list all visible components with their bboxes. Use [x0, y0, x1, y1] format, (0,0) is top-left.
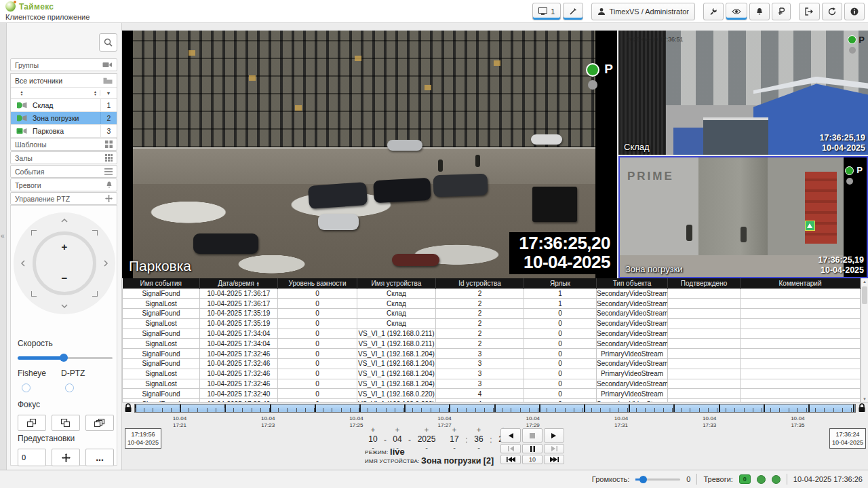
source-row-parkovka[interactable]: Парковка 3 [11, 125, 117, 138]
table-row[interactable]: SignalLost10-04-2025 17:36:170Склад21Sec… [123, 299, 861, 309]
step-forward-button[interactable] [544, 444, 564, 453]
refresh-button[interactable] [822, 3, 842, 20]
camera-tile-sklad[interactable]: 2025-04-10 17:36:51 P Склад 17:36:25,19 … [618, 31, 868, 155]
camera-tile-parkovka[interactable]: P Парковка 17:36:25,20 10-04-2025 [122, 31, 617, 278]
column-header[interactable]: Уровень важности [278, 278, 357, 288]
month-increment-button[interactable]: + [395, 427, 399, 434]
focus-far-button[interactable] [52, 415, 80, 431]
view-button[interactable] [726, 3, 747, 20]
column-header[interactable]: Ярлык [524, 278, 597, 288]
filter-dropdown-icon[interactable]: ▼ [106, 91, 111, 96]
panel-templates[interactable]: Шаблоны [10, 138, 117, 151]
monitor-button[interactable]: 1 [532, 3, 561, 20]
pause-button[interactable] [522, 444, 542, 453]
table-row[interactable]: SignalFound10-04-2025 17:34:040VS_VI_1 (… [123, 329, 861, 339]
sort-icon-icon-column[interactable]: ▲▼ [20, 90, 24, 96]
column-header[interactable]: Подтверждено [668, 278, 741, 288]
minute-increment-button[interactable]: + [477, 427, 481, 434]
preset-go-button[interactable] [52, 449, 80, 466]
table-cell [741, 349, 861, 359]
preset-number-input[interactable] [18, 449, 46, 466]
step-backward-button[interactable] [500, 444, 521, 453]
ptz-up-right-icon[interactable] [92, 230, 98, 236]
scroll-down-icon[interactable]: ▼ [863, 397, 867, 401]
hour-decrement-button[interactable]: - [453, 445, 456, 452]
sort-icon-name-column[interactable]: ▲▼ [94, 90, 97, 96]
ptz-up-icon[interactable] [60, 218, 68, 223]
logout-button[interactable] [799, 3, 820, 20]
user-button[interactable]: TimexVS / Administrator [591, 3, 695, 20]
table-row[interactable]: SignalFound10-04-2025 17:35:190Склад20Se… [123, 309, 861, 319]
speed-slider-thumb[interactable] [60, 354, 68, 362]
panel-ptz[interactable]: Управление PTZ [10, 192, 117, 205]
alarms-count-badge[interactable]: 0 [739, 474, 751, 484]
ptz-down-icon[interactable] [60, 303, 68, 309]
column-header[interactable]: Имя события [123, 278, 200, 288]
panel-groups-header[interactable]: Группы [10, 58, 117, 71]
zoom-out-button[interactable]: − [62, 272, 68, 284]
table-row[interactable]: SignalLost10-04-2025 17:32:460VS_VI_1 (1… [123, 379, 861, 389]
column-header[interactable]: Тип объекта [597, 278, 668, 288]
dptz-radio[interactable] [65, 383, 74, 392]
focus-near-button[interactable] [18, 415, 46, 431]
settings-button[interactable] [703, 3, 724, 20]
zoom-in-button[interactable]: + [62, 241, 68, 252]
column-header[interactable]: Комментарий [741, 278, 861, 288]
monitor-icon [538, 7, 547, 16]
scrollbar-thumb[interactable] [862, 286, 867, 304]
ptz-left-icon[interactable] [20, 259, 26, 267]
playback-speed-value[interactable]: 10 [522, 455, 542, 464]
speed-slider[interactable] [18, 354, 113, 362]
column-header[interactable]: Дата/время▲▼ [200, 278, 278, 288]
focus-auto-button[interactable] [85, 415, 114, 431]
preset-more-button[interactable]: ... [85, 449, 114, 466]
pointer-tool-button[interactable] [563, 3, 583, 20]
stop-button[interactable] [522, 428, 542, 443]
panel-halls[interactable]: Залы [10, 151, 117, 164]
search-button[interactable] [99, 33, 117, 52]
lock-left-icon[interactable] [124, 403, 132, 413]
table-row[interactable]: SignalFound10-04-2025 17:32:460VS_VI_1 (… [123, 359, 861, 369]
all-sources-node[interactable]: Все источники [11, 74, 117, 88]
play-backward-button[interactable] [500, 428, 521, 443]
sidebar-collapse-strip[interactable]: « [0, 23, 7, 470]
skip-end-button[interactable] [544, 455, 564, 464]
event-table-container: Имя событияДата/время▲▼Уровень важностиИ… [122, 278, 868, 402]
table-scrollbar[interactable]: ▲ ▼ [861, 278, 868, 402]
ptz-down-right-icon[interactable] [92, 291, 98, 297]
table-row[interactable]: SignalFound10-04-2025 17:36:170Склад21Se… [123, 288, 861, 299]
play-forward-button[interactable] [544, 428, 564, 443]
year-decrement-button[interactable]: - [425, 445, 428, 452]
table-row[interactable]: SignalLost10-04-2025 17:32:460VS_VI_1 (1… [123, 369, 861, 379]
alarms-button[interactable] [749, 3, 770, 20]
table-cell: SecondaryVideoStream [597, 379, 668, 389]
volume-slider[interactable] [635, 476, 680, 483]
table-row[interactable]: SignalLost10-04-2025 17:34:040VS_VI_1 (1… [123, 339, 861, 349]
day-increment-button[interactable]: + [371, 427, 375, 434]
table-row[interactable]: SignalFound10-04-2025 17:32:460VS_VI_1 (… [123, 349, 861, 359]
table-row[interactable]: SignalLost10-04-2025 17:35:190Склад20Sec… [123, 318, 861, 329]
ptz-joystick[interactable]: + − [14, 212, 115, 314]
info-button[interactable] [844, 3, 865, 20]
hour-increment-button[interactable]: + [452, 427, 456, 434]
source-row-zona-selected[interactable]: Зона погрузки 2 [11, 112, 117, 125]
camera-tile-zona-selected[interactable]: PRIME P Зона погрузки 17:36:25,19 10-04-… [618, 156, 868, 278]
fisheye-radio[interactable] [22, 383, 31, 392]
ptz-up-left-icon[interactable] [31, 230, 37, 236]
column-header[interactable]: Имя устройства [357, 278, 436, 288]
year-increment-button[interactable]: + [425, 427, 429, 434]
ptz-down-left-icon[interactable] [31, 291, 37, 297]
source-row-sklad[interactable]: Склад 1 [11, 99, 117, 112]
panel-alarms[interactable]: Тревоги [10, 179, 117, 191]
payment-button[interactable] [772, 3, 791, 20]
volume-thumb[interactable] [639, 476, 647, 483]
minute-decrement-button[interactable]: - [477, 445, 480, 452]
lock-right-icon[interactable] [858, 403, 866, 413]
table-row[interactable]: SignalFound10-04-2025 17:32:400VS_VI_1 (… [123, 389, 861, 399]
column-header[interactable]: Id устройства [436, 278, 524, 288]
scroll-up-icon[interactable]: ▲ [863, 280, 867, 284]
skip-start-button[interactable] [500, 455, 521, 464]
timeline-bar[interactable] [134, 404, 856, 413]
panel-events[interactable]: События [10, 165, 117, 178]
ptz-right-icon[interactable] [103, 259, 108, 267]
